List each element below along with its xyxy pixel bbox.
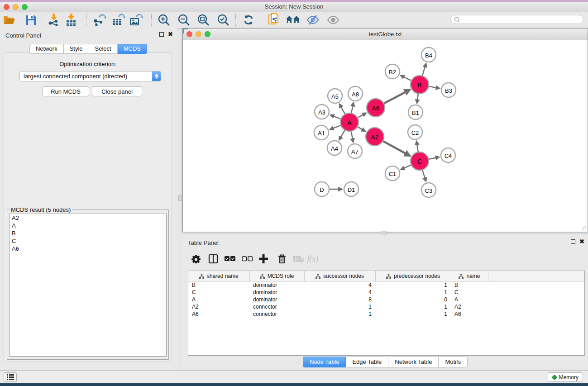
- column-header-predecessor-nodes[interactable]: predecessor nodes: [375, 271, 451, 281]
- tab-select[interactable]: Select: [89, 44, 118, 54]
- mcds-result-item[interactable]: A2: [10, 214, 161, 222]
- mcds-result-item[interactable]: A6: [10, 245, 161, 253]
- table-cell[interactable]: A6: [451, 310, 488, 318]
- mcds-result-list[interactable]: A2ABCA6: [9, 214, 161, 357]
- graph-edge-A-A2[interactable]: [358, 127, 365, 131]
- table-row[interactable]: Adominator80A: [188, 296, 584, 303]
- graph-edge-C-C1[interactable]: [401, 165, 411, 170]
- result-list-scrollbar[interactable]: [161, 214, 167, 357]
- table-cell[interactable]: connector: [249, 303, 304, 310]
- import-network-icon[interactable]: [46, 13, 61, 27]
- run-mcds-button[interactable]: Run MCDS: [42, 86, 89, 96]
- add-row-icon[interactable]: [256, 252, 271, 266]
- graph-edge-A-A6[interactable]: [358, 113, 366, 118]
- graph-edge-B-B3[interactable]: [429, 86, 440, 88]
- table-cell[interactable]: C: [188, 289, 249, 296]
- column-header-name[interactable]: name: [451, 271, 488, 281]
- deselect-all-checks-icon[interactable]: [240, 252, 254, 266]
- close-window-button[interactable]: [4, 4, 10, 10]
- graph-edge-C-C2[interactable]: [416, 141, 418, 152]
- graph-node-C[interactable]: C: [411, 152, 429, 170]
- table-cell[interactable]: B: [451, 281, 488, 289]
- table-cell[interactable]: 1: [304, 303, 375, 310]
- graph-node-C4[interactable]: C4: [441, 148, 455, 162]
- table-cell[interactable]: 4: [304, 289, 375, 296]
- zoom-out-icon[interactable]: [177, 13, 191, 27]
- export-network-icon[interactable]: [92, 13, 106, 27]
- graph-node-A2[interactable]: A2: [366, 128, 384, 146]
- graph-node-A5[interactable]: A5: [328, 89, 342, 103]
- network-window-titlebar[interactable]: testGlobe.txt: [183, 29, 588, 40]
- graph-edge-A6-B[interactable]: [384, 90, 410, 103]
- table-row[interactable]: A2connector11A2: [188, 303, 584, 310]
- maximize-window-button[interactable]: [22, 4, 28, 10]
- graph-edge-A-A5[interactable]: [339, 104, 345, 114]
- table-cell[interactable]: 1: [375, 310, 451, 318]
- select-all-checks-icon[interactable]: [223, 252, 237, 266]
- table-cell[interactable]: A2: [451, 303, 488, 310]
- column-header-mcds-role[interactable]: MCDS role: [249, 271, 304, 281]
- zoom-fit-icon[interactable]: [196, 13, 210, 27]
- table-cell[interactable]: B: [188, 281, 249, 289]
- tab-mcds[interactable]: MCDS: [118, 44, 147, 54]
- close-panel-button[interactable]: Close panel: [92, 86, 142, 96]
- graph-node-A7[interactable]: A7: [348, 144, 362, 158]
- splitter-handle-vertical[interactable]: [178, 195, 182, 201]
- mcds-result-item[interactable]: C: [10, 237, 161, 245]
- table-cell[interactable]: A2: [188, 303, 249, 310]
- tab-node-table[interactable]: Node Table: [303, 357, 346, 367]
- graph-node-C3[interactable]: C3: [421, 183, 436, 197]
- graph-node-D[interactable]: D: [315, 182, 329, 196]
- graph-node-B4[interactable]: B4: [421, 48, 436, 62]
- graph-node-B3[interactable]: B3: [441, 83, 456, 97]
- table-row[interactable]: A6connector11A6: [188, 310, 584, 318]
- tab-edge-table[interactable]: Edge Table: [346, 357, 388, 367]
- minimize-window-button[interactable]: [13, 4, 19, 10]
- show-all-icon[interactable]: [326, 13, 340, 27]
- zoom-in-icon[interactable]: [157, 13, 171, 27]
- graph-edge-A-A7[interactable]: [351, 132, 353, 143]
- graph-node-A3[interactable]: A3: [315, 105, 329, 119]
- graph-node-A6[interactable]: A6: [367, 99, 385, 117]
- table-cell[interactable]: 1: [375, 303, 451, 310]
- home-view-icon[interactable]: [286, 13, 300, 27]
- table-cell[interactable]: dominator: [249, 281, 304, 289]
- task-history-button[interactable]: [4, 372, 17, 382]
- table-cell[interactable]: 1: [375, 289, 451, 296]
- graph-node-C2[interactable]: C2: [408, 125, 422, 139]
- network-maximize-button[interactable]: [205, 31, 210, 37]
- save-session-icon[interactable]: [24, 13, 38, 27]
- zoom-selected-icon[interactable]: [216, 13, 230, 27]
- graph-node-B[interactable]: B: [411, 76, 429, 94]
- hide-selected-icon[interactable]: [306, 13, 320, 27]
- graph-edge-A-A4[interactable]: [339, 130, 344, 140]
- graph-edge-A2-C[interactable]: [383, 141, 410, 156]
- graph-node-A[interactable]: A: [340, 113, 359, 131]
- graph-edge-A-A1[interactable]: [330, 125, 341, 129]
- mcds-result-item[interactable]: A: [10, 222, 161, 229]
- table-cell[interactable]: connector: [249, 310, 304, 318]
- table-cell[interactable]: 4: [304, 281, 375, 289]
- refresh-icon[interactable]: [241, 13, 256, 27]
- table-row[interactable]: Cdominator41C: [188, 289, 584, 296]
- columns-icon[interactable]: [206, 252, 220, 266]
- search-field[interactable]: [450, 15, 583, 24]
- table-cell[interactable]: 1: [304, 310, 375, 318]
- table-float-panel-icon[interactable]: [571, 239, 575, 244]
- optimization-criterion-select[interactable]: largest connected component (directed): [19, 71, 161, 81]
- network-minimize-button[interactable]: [196, 31, 201, 37]
- close-panel-icon[interactable]: ✖: [168, 32, 173, 37]
- graph-edge-C-C4[interactable]: [429, 157, 440, 159]
- table-cell[interactable]: dominator: [249, 289, 304, 296]
- tab-network[interactable]: Network: [29, 44, 64, 54]
- table-cell[interactable]: 0: [375, 296, 451, 303]
- graph-node-C1[interactable]: C1: [385, 166, 400, 181]
- graph-node-A1[interactable]: A1: [314, 125, 329, 140]
- float-panel-icon[interactable]: [159, 32, 164, 37]
- graph-node-B2[interactable]: B2: [385, 64, 400, 79]
- splitter-handle-horizontal[interactable]: [381, 231, 387, 234]
- table-cell[interactable]: 8: [304, 296, 375, 303]
- graph-node-B1[interactable]: B1: [408, 105, 423, 119]
- search-input[interactable]: [462, 16, 583, 23]
- memory-button[interactable]: Memory: [548, 372, 583, 382]
